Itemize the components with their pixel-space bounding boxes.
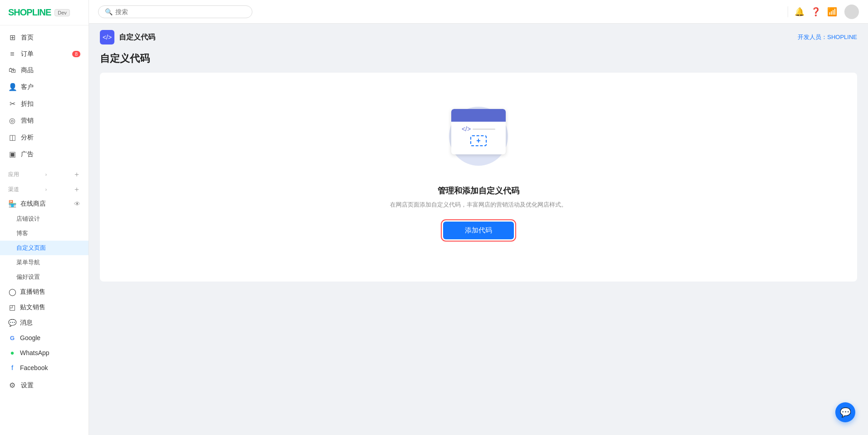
- sidebar-item-discounts[interactable]: ✂ 折扣: [0, 95, 89, 112]
- custom-pages-label: 自定义页面: [16, 244, 46, 252]
- messages-icon: 💬: [8, 319, 16, 327]
- live-icon: ◯: [8, 288, 16, 296]
- sidebar-subitem-blog[interactable]: 博客: [0, 226, 89, 241]
- preferences-label: 偏好设置: [16, 273, 40, 281]
- channels-add-button[interactable]: ＋: [73, 185, 80, 194]
- live-label: 直播销售: [20, 288, 45, 296]
- illus-card-header: [451, 109, 506, 122]
- topbar-icons: 🔔 ❓ 📶: [781, 6, 837, 17]
- products-icon: 🛍: [8, 66, 16, 74]
- illus-line-1: [473, 129, 495, 130]
- settings-icon: ⚙: [8, 381, 16, 390]
- sidebar-subitem-preferences[interactable]: 偏好设置: [0, 270, 89, 284]
- section-title: 自定义代码: [100, 52, 857, 65]
- sidebar-item-discounts-label: 折扣: [21, 100, 34, 108]
- sidebar-item-home[interactable]: ⊞ 首页: [0, 29, 89, 46]
- illus-plus-box: +: [470, 135, 487, 146]
- page-icon-box: </>: [100, 30, 114, 44]
- menu-nav-label: 菜单导航: [16, 258, 40, 267]
- analytics-icon: ◫: [8, 133, 16, 142]
- apps-label: 应用: [8, 171, 19, 178]
- sidebar-item-marketing[interactable]: ◎ 营销: [0, 112, 89, 129]
- messages-label: 消息: [20, 319, 33, 327]
- main-area: 🔍 🔔 ❓ 📶 </> 自定义代码 开发人员：SHOP: [89, 0, 868, 435]
- apps-add-button[interactable]: ＋: [73, 170, 80, 179]
- sidebar-item-ads[interactable]: ▣ 广告: [0, 146, 89, 163]
- notification-icon[interactable]: 🔔: [794, 7, 804, 17]
- orders-badge: 8: [72, 51, 80, 57]
- help-icon[interactable]: ❓: [811, 7, 821, 17]
- developer-label: 开发人员：: [798, 34, 827, 40]
- page-header-left: </> 自定义代码: [100, 30, 155, 44]
- sidebar-item-post[interactable]: ◰ 贴文销售: [0, 300, 89, 315]
- sidebar-item-orders[interactable]: ≡ 订单 8: [0, 46, 89, 62]
- dev-badge: Dev: [54, 9, 70, 16]
- search-input[interactable]: [115, 8, 246, 15]
- sidebar-item-home-label: 首页: [21, 34, 34, 42]
- illus-card-body: </> +: [451, 122, 506, 150]
- marketing-icon: ◎: [8, 116, 16, 125]
- sidebar-item-products[interactable]: 🛍 商品: [0, 62, 89, 79]
- sidebar-item-customers-label: 客户: [21, 83, 34, 91]
- card-area: </> + 管理和添加自定义代码 在网店页面添加自定义代码，丰富网店的营销活动及…: [100, 73, 857, 282]
- chat-fab[interactable]: 💬: [835, 402, 855, 422]
- illus-code-line: </>: [462, 125, 495, 133]
- wifi-icon[interactable]: 📶: [827, 7, 837, 17]
- sidebar-item-online-store[interactable]: 🏪 在线商店 👁: [0, 196, 89, 212]
- page-content: </> 自定义代码 开发人员：SHOPLINE 自定义代码 </>: [89, 24, 868, 435]
- chat-icon: 💬: [840, 407, 851, 418]
- sidebar-item-ads-label: 广告: [21, 150, 34, 158]
- sidebar-item-marketing-label: 营销: [21, 117, 34, 125]
- orders-icon: ≡: [8, 50, 16, 58]
- channels-label: 渠道: [8, 186, 19, 193]
- whatsapp-label: WhatsApp: [20, 349, 49, 356]
- sidebar-item-analytics-label: 分析: [21, 133, 34, 142]
- page-title: 自定义代码: [119, 33, 155, 42]
- apps-section-header: 应用 › ＋: [0, 166, 89, 181]
- add-code-button[interactable]: 添加代码: [443, 222, 514, 239]
- sidebar-item-messages[interactable]: 💬 消息: [0, 315, 89, 331]
- page-icon: </>: [103, 34, 112, 41]
- online-store-icon: 🏪: [8, 200, 17, 208]
- logo-line: LINE: [32, 7, 51, 17]
- sidebar-item-whatsapp[interactable]: ● WhatsApp: [0, 345, 89, 360]
- sidebar-item-google[interactable]: G Google: [0, 331, 89, 345]
- topbar-divider: [788, 6, 788, 17]
- google-icon: G: [8, 335, 16, 341]
- store-design-label: 店铺设计: [16, 215, 40, 223]
- developer-name: SHOPLINE: [827, 34, 857, 40]
- post-icon: ◰: [8, 303, 16, 311]
- illus-card: </> +: [451, 109, 506, 154]
- discounts-icon: ✂: [8, 99, 16, 108]
- settings-label: 设置: [21, 381, 34, 390]
- sidebar-subitem-menu-nav[interactable]: 菜单导航: [0, 255, 89, 270]
- section-title-area: 自定义代码: [89, 44, 868, 65]
- sidebar: SHOPLINE Dev ⊞ 首页 ≡ 订单 8 🛍 商品 👤 客户 ✂ 折扣 …: [0, 0, 89, 435]
- logo: SHOPLINE: [8, 7, 51, 18]
- customers-icon: 👤: [8, 83, 16, 91]
- page-header: </> 自定义代码 开发人员：SHOPLINE: [89, 24, 868, 44]
- google-label: Google: [20, 334, 40, 341]
- sidebar-item-facebook[interactable]: f Facebook: [0, 360, 89, 375]
- facebook-icon: f: [8, 364, 16, 371]
- sidebar-item-settings[interactable]: ⚙ 设置: [0, 377, 89, 394]
- sidebar-subitem-store-design[interactable]: 店铺设计: [0, 212, 89, 226]
- topbar: 🔍 🔔 ❓ 📶: [89, 0, 868, 24]
- topbar-right: 🔔 ❓ 📶: [781, 5, 859, 19]
- post-label: 贴文销售: [20, 303, 45, 311]
- sidebar-item-products-label: 商品: [21, 66, 34, 74]
- sidebar-item-live[interactable]: ◯ 直播销售: [0, 284, 89, 300]
- home-icon: ⊞: [8, 33, 16, 42]
- empty-desc: 在网店页面添加自定义代码，丰富网店的营销活动及优化网店样式。: [390, 201, 567, 209]
- empty-title: 管理和添加自定义代码: [438, 185, 519, 196]
- code-icon: </>: [462, 125, 471, 133]
- avatar[interactable]: [844, 5, 859, 19]
- search-box[interactable]: 🔍: [98, 5, 252, 18]
- facebook-label: Facebook: [20, 364, 48, 371]
- eye-icon[interactable]: 👁: [74, 200, 80, 208]
- logo-shop: SHOP: [8, 7, 32, 17]
- sidebar-item-analytics[interactable]: ◫ 分析: [0, 129, 89, 146]
- sidebar-item-customers[interactable]: 👤 客户: [0, 79, 89, 95]
- sidebar-subitem-custom-pages[interactable]: 自定义页面: [0, 241, 89, 255]
- blog-label: 博客: [16, 229, 28, 237]
